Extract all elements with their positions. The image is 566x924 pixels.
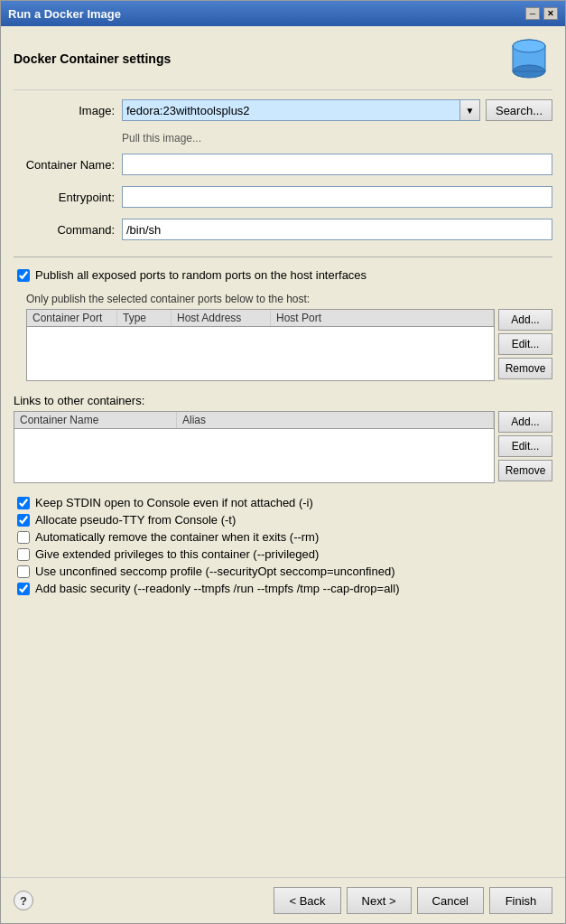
entrypoint-label: Entrypoint: [14, 191, 122, 204]
links-table-body [14, 429, 494, 474]
links-label: Links to other containers: [14, 394, 552, 407]
dialog-title: Docker Container settings [14, 51, 171, 66]
footer-buttons: < Back Next > Cancel Finish [274, 887, 552, 914]
option-security-checkbox[interactable] [17, 583, 30, 595]
help-button[interactable]: ? [14, 891, 33, 910]
col-host-port: Host Port [271, 310, 494, 326]
option-seccomp-checkbox[interactable] [17, 565, 30, 578]
image-dropdown-button[interactable]: ▼ [460, 99, 480, 121]
option-privileged-label: Give extended privileges to this contain… [35, 547, 319, 561]
container-name-label: Container Name: [14, 158, 122, 172]
ports-table-header: Container Port Type Host Address Host Po… [27, 310, 494, 327]
links-table: Container Name Alias [14, 411, 495, 483]
dialog-content: Docker Container settings Image: ▼ Searc… [1, 26, 565, 877]
command-row: Command: [14, 219, 552, 240]
docker-icon [506, 35, 552, 82]
ports-edit-button[interactable]: Edit... [498, 333, 552, 355]
container-name-row: Container Name: [14, 154, 552, 175]
col-link-alias: Alias [177, 412, 494, 428]
close-button[interactable]: ✕ [543, 7, 558, 20]
option-rm-checkbox[interactable] [17, 531, 30, 544]
minimize-button[interactable]: ─ [525, 7, 540, 20]
image-row: Image: ▼ Search... [14, 99, 552, 121]
ports-table-body [27, 327, 494, 372]
ports-section: Only publish the selected container port… [26, 293, 552, 381]
option-seccomp-label: Use unconfined seccomp profile (--securi… [35, 565, 395, 578]
entrypoint-row: Entrypoint: [14, 186, 552, 208]
entrypoint-input[interactable] [122, 186, 552, 208]
links-table-area: Container Name Alias Add... Edit... Remo… [14, 411, 552, 483]
ports-table-buttons: Add... Edit... Remove [498, 309, 552, 381]
option-privileged-row: Give extended privileges to this contain… [14, 547, 552, 561]
pull-image-link[interactable]: Pull this image... [122, 132, 552, 145]
option-rm-label: Automatically remove the container when … [35, 530, 319, 544]
ports-add-button[interactable]: Add... [498, 309, 552, 331]
publish-ports-label: Publish all exposed ports to random port… [35, 268, 367, 282]
separator-1 [14, 257, 552, 257]
command-input[interactable] [122, 219, 552, 240]
option-tty-label: Allocate pseudo-TTY from Console (-t) [35, 513, 236, 527]
selected-ports-label: Only publish the selected container port… [26, 293, 552, 305]
links-add-button[interactable]: Add... [498, 411, 552, 433]
window-title: Run a Docker Image [8, 7, 121, 21]
option-seccomp-row: Use unconfined seccomp profile (--securi… [14, 565, 552, 578]
options-section: Keep STDIN open to Console even if not a… [14, 496, 552, 599]
option-stdin-checkbox[interactable] [17, 497, 30, 509]
ports-table-area: Container Port Type Host Address Host Po… [26, 309, 552, 381]
links-table-header: Container Name Alias [14, 412, 494, 429]
container-name-input[interactable] [122, 154, 552, 175]
option-privileged-checkbox[interactable] [17, 548, 30, 561]
publish-ports-row: Publish all exposed ports to random port… [14, 268, 552, 282]
publish-ports-checkbox[interactable] [17, 269, 30, 282]
option-stdin-row: Keep STDIN open to Console even if not a… [14, 496, 552, 509]
image-label: Image: [14, 104, 122, 117]
col-type: Type [117, 310, 172, 326]
option-tty-checkbox[interactable] [17, 514, 30, 527]
command-label: Command: [14, 223, 122, 237]
option-rm-row: Automatically remove the container when … [14, 530, 552, 544]
option-stdin-label: Keep STDIN open to Console even if not a… [35, 496, 313, 509]
back-button[interactable]: < Back [274, 887, 340, 914]
next-button[interactable]: Next > [347, 887, 412, 914]
image-input[interactable] [122, 99, 460, 121]
option-security-row: Add basic security (--readonly --tmpfs /… [14, 582, 552, 595]
title-bar-controls: ─ ✕ [525, 7, 558, 20]
col-host-address: Host Address [172, 310, 271, 326]
header-section: Docker Container settings [14, 35, 552, 90]
option-tty-row: Allocate pseudo-TTY from Console (-t) [14, 513, 552, 527]
links-edit-button[interactable]: Edit... [498, 435, 552, 457]
main-window: Run a Docker Image ─ ✕ Docker Container … [0, 0, 566, 924]
links-table-buttons: Add... Edit... Remove [498, 411, 552, 483]
links-section: Links to other containers: Container Nam… [14, 394, 552, 483]
col-link-container-name: Container Name [14, 412, 177, 428]
finish-button[interactable]: Finish [489, 887, 552, 914]
footer-section: ? < Back Next > Cancel Finish [1, 877, 565, 923]
ports-remove-button[interactable]: Remove [498, 358, 552, 379]
svg-point-4 [513, 40, 545, 52]
links-remove-button[interactable]: Remove [498, 460, 552, 481]
ports-table: Container Port Type Host Address Host Po… [26, 309, 495, 381]
option-security-label: Add basic security (--readonly --tmpfs /… [35, 582, 399, 595]
col-container-port: Container Port [27, 310, 117, 326]
cancel-button[interactable]: Cancel [417, 887, 484, 914]
search-button[interactable]: Search... [486, 99, 552, 121]
title-bar: Run a Docker Image ─ ✕ [1, 1, 565, 26]
